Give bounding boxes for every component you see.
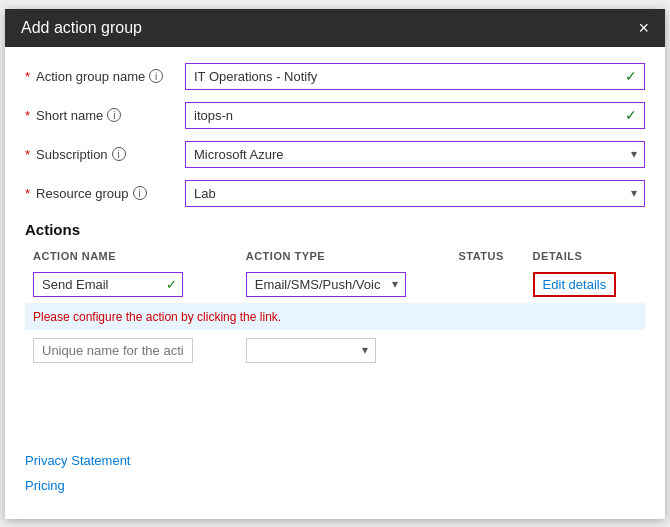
required-star-2: * [25, 108, 30, 123]
col-details: DETAILS [525, 246, 645, 266]
action-group-name-row: * Action group name i ✓ [25, 63, 645, 90]
short-name-row: * Short name i ✓ [25, 102, 645, 129]
short-name-input[interactable] [185, 102, 645, 129]
resource-group-info-icon[interactable]: i [133, 186, 147, 200]
error-row: Please configure the action by clicking … [25, 303, 645, 330]
subscription-label: * Subscription i [25, 147, 185, 162]
new-action-name-cell [25, 330, 238, 371]
required-star-3: * [25, 147, 30, 162]
new-action-name-input[interactable] [33, 338, 193, 363]
actions-section-title: Actions [25, 221, 645, 238]
new-action-type-select[interactable] [246, 338, 376, 363]
subscription-select-wrap: Microsoft Azure ▾ [185, 141, 645, 168]
dialog-title: Add action group [21, 19, 142, 37]
pricing-link[interactable]: Pricing [25, 478, 645, 493]
dialog-body: * Action group name i ✓ * Short name i ✓ [5, 47, 665, 445]
short-name-label: * Short name i [25, 108, 185, 123]
col-action-type: ACTION TYPE [238, 246, 451, 266]
action-name-input[interactable] [33, 272, 183, 297]
col-action-name: ACTION NAME [25, 246, 238, 266]
footer-links: Privacy Statement Pricing [5, 445, 665, 519]
required-star-4: * [25, 186, 30, 201]
new-action-row: ▾ [25, 330, 645, 371]
add-action-group-dialog: Add action group × * Action group name i… [5, 9, 665, 519]
new-status-cell [450, 330, 524, 371]
action-type-select[interactable]: Email/SMS/Push/Voice [246, 272, 406, 297]
privacy-statement-link[interactable]: Privacy Statement [25, 453, 645, 468]
resource-group-label: * Resource group i [25, 186, 185, 201]
new-details-cell [525, 330, 645, 371]
action-type-cell: Email/SMS/Push/Voice ▾ [238, 266, 451, 303]
action-name-check-icon: ✓ [166, 277, 177, 292]
dialog-header: Add action group × [5, 9, 665, 47]
status-cell [450, 266, 524, 303]
action-name-cell: ✓ [25, 266, 238, 303]
actions-table: ACTION NAME ACTION TYPE STATUS DETAILS ✓ [25, 246, 645, 371]
action-group-name-label: * Action group name i [25, 69, 185, 84]
short-name-check-icon: ✓ [625, 107, 637, 123]
action-group-name-info-icon[interactable]: i [149, 69, 163, 83]
short-name-input-wrap: ✓ [185, 102, 645, 129]
short-name-info-icon[interactable]: i [107, 108, 121, 122]
action-group-name-input-wrap: ✓ [185, 63, 645, 90]
required-star: * [25, 69, 30, 84]
subscription-row: * Subscription i Microsoft Azure ▾ [25, 141, 645, 168]
resource-group-select[interactable]: Lab [185, 180, 645, 207]
details-cell: Edit details [525, 266, 645, 303]
resource-group-select-wrap: Lab ▾ [185, 180, 645, 207]
col-status: STATUS [450, 246, 524, 266]
subscription-info-icon[interactable]: i [112, 147, 126, 161]
action-group-name-input[interactable] [185, 63, 645, 90]
table-row: ✓ Email/SMS/Push/Voice ▾ Edit deta [25, 266, 645, 303]
resource-group-row: * Resource group i Lab ▾ [25, 180, 645, 207]
subscription-select[interactable]: Microsoft Azure [185, 141, 645, 168]
close-button[interactable]: × [638, 19, 649, 37]
error-message: Please configure the action by clicking … [33, 310, 281, 324]
edit-details-button[interactable]: Edit details [533, 272, 617, 297]
action-group-name-check-icon: ✓ [625, 68, 637, 84]
new-action-type-cell: ▾ [238, 330, 451, 371]
error-cell: Please configure the action by clicking … [25, 303, 645, 330]
